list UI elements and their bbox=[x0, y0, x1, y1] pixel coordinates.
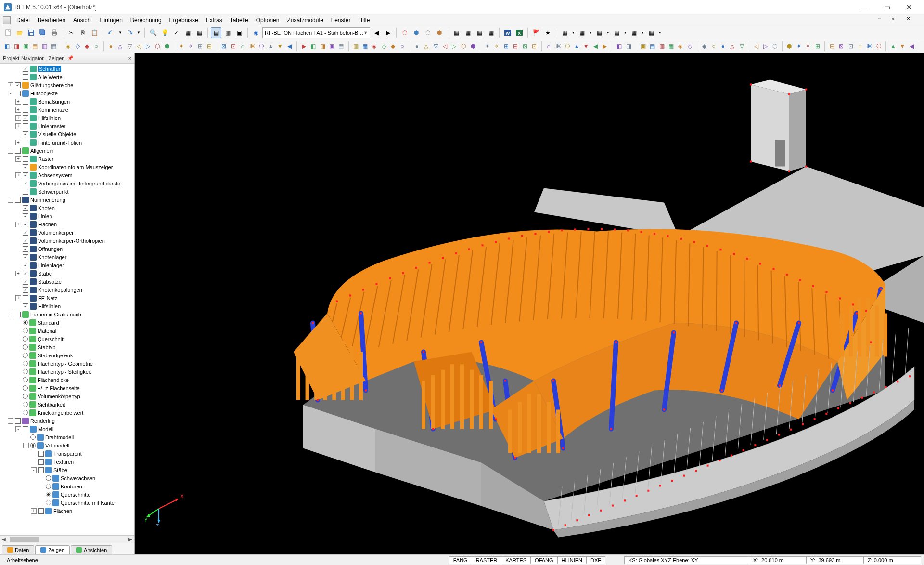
tree-item[interactable]: -Vollmodell bbox=[0, 441, 134, 449]
tree-item[interactable]: Flächentyp - Steifigkeit bbox=[0, 368, 134, 376]
show-all-button[interactable]: ▦ bbox=[194, 27, 205, 38]
checkbox-icon[interactable] bbox=[38, 508, 44, 514]
tree-item[interactable]: +✓Achsensystem bbox=[0, 171, 134, 179]
layout-6[interactable]: ▦ bbox=[646, 27, 656, 38]
tree-item[interactable]: Standard bbox=[0, 318, 134, 327]
tree-item[interactable]: -Hilfsobjekte bbox=[0, 89, 134, 97]
maximize-button[interactable]: ▭ bbox=[876, 0, 898, 14]
toolbar2-button[interactable]: ⊠ bbox=[521, 41, 529, 52]
checkbox-icon[interactable]: ✓ bbox=[23, 131, 28, 137]
flag-icon[interactable]: 🚩 bbox=[531, 27, 541, 38]
status-fang[interactable]: FANG bbox=[449, 556, 472, 564]
radio-icon[interactable] bbox=[23, 385, 28, 391]
toolbar2-button[interactable]: ⌂ bbox=[544, 41, 552, 52]
lightbulb-button[interactable]: 💡 bbox=[159, 27, 170, 38]
tree-item[interactable]: ✓Schraffur bbox=[0, 65, 134, 73]
tree-item[interactable]: Sichtbarkeit bbox=[0, 400, 134, 408]
toolbar2-button[interactable]: ◇ bbox=[74, 41, 82, 52]
next-button[interactable]: ▶ bbox=[383, 27, 393, 38]
save-all-button[interactable] bbox=[38, 27, 48, 38]
toolbar2-button[interactable]: ● bbox=[413, 41, 421, 52]
redo-dropdown[interactable]: ▼ bbox=[136, 27, 141, 38]
search-button[interactable]: 🔍 bbox=[148, 27, 158, 38]
toolbar2-button[interactable]: ⊞ bbox=[813, 41, 821, 52]
toolbar2-button[interactable]: ✧ bbox=[187, 41, 195, 52]
checkbox-icon[interactable] bbox=[38, 451, 44, 457]
cut-button[interactable]: ✂ bbox=[66, 27, 77, 38]
checkbox-icon[interactable]: ✓ bbox=[23, 222, 28, 227]
toolbar2-button[interactable]: ◇ bbox=[686, 41, 694, 52]
toolbar2-button[interactable]: ▦ bbox=[361, 41, 369, 52]
toolbar2-button[interactable]: ● bbox=[719, 41, 727, 52]
tree-item[interactable]: +Flächen bbox=[0, 507, 134, 515]
checkbox-icon[interactable] bbox=[15, 148, 21, 154]
toolbar2-button[interactable]: ▶ bbox=[601, 41, 609, 52]
checkbox-icon[interactable]: ✓ bbox=[23, 254, 28, 260]
3d-viewport[interactable]: X Y Z bbox=[135, 53, 924, 554]
paste-button[interactable]: 📋 bbox=[89, 27, 100, 38]
toolbar2-button[interactable]: ◀ bbox=[908, 41, 916, 52]
checkbox-icon[interactable]: ✓ bbox=[23, 246, 28, 252]
expand-icon[interactable]: + bbox=[15, 271, 21, 276]
star-icon[interactable]: ★ bbox=[542, 27, 553, 38]
expand-icon[interactable]: + bbox=[15, 295, 21, 301]
menu-einfügen[interactable]: Einfügen bbox=[96, 15, 126, 25]
toolbar2-button[interactable]: ○ bbox=[398, 41, 406, 52]
tool-d[interactable]: ⬢ bbox=[434, 27, 445, 38]
tree-item[interactable]: Flächentyp - Geometrie bbox=[0, 359, 134, 368]
layout-3d[interactable]: ▼ bbox=[605, 27, 610, 38]
toolbar2-button[interactable]: ○ bbox=[92, 41, 100, 52]
status-raster[interactable]: RASTER bbox=[472, 556, 502, 564]
tree-item[interactable]: ✓Knoten bbox=[0, 204, 134, 212]
checkbox-icon[interactable]: ✓ bbox=[23, 181, 28, 186]
radio-icon[interactable] bbox=[23, 410, 28, 415]
toolbar2-button[interactable]: ◧ bbox=[309, 41, 317, 52]
radio-icon[interactable] bbox=[46, 484, 51, 489]
expand-icon[interactable]: + bbox=[15, 99, 21, 105]
toolbar2-button[interactable]: ⎔ bbox=[257, 41, 265, 52]
tab-daten[interactable]: Daten bbox=[2, 545, 34, 554]
layout-5[interactable]: ▦ bbox=[629, 27, 639, 38]
toolbar2-button[interactable]: ▽ bbox=[737, 41, 745, 52]
toolbar2-button[interactable]: ⊞ bbox=[502, 41, 510, 52]
toolbar2-button[interactable]: ✦ bbox=[483, 41, 491, 52]
layout-4d[interactable]: ▼ bbox=[623, 27, 628, 38]
tree-item[interactable]: Knicklängenbeiwert bbox=[0, 408, 134, 417]
window-toggle[interactable]: ▣ bbox=[234, 27, 244, 38]
toolbar2-button[interactable]: ⌘ bbox=[865, 41, 873, 52]
layout-1[interactable]: ▦ bbox=[559, 27, 570, 38]
radio-icon[interactable] bbox=[30, 434, 36, 440]
expand-icon[interactable]: + bbox=[15, 123, 21, 129]
tree-item[interactable]: ✓Koordinateninfo am Mauszeiger bbox=[0, 163, 134, 171]
tree-item[interactable]: Querschnitte bbox=[0, 490, 134, 499]
toolbar2-button[interactable]: ◈ bbox=[676, 41, 684, 52]
panel-toggle[interactable]: ▥ bbox=[222, 27, 233, 38]
tree-item[interactable]: Drahtmodell bbox=[0, 433, 134, 441]
toolbar2-button[interactable]: ✦ bbox=[177, 41, 185, 52]
toolbar2-button[interactable]: ◁ bbox=[752, 41, 760, 52]
menu-berechnung[interactable]: Berechnung bbox=[127, 15, 166, 25]
toolbar2-button[interactable]: ◧ bbox=[3, 41, 11, 52]
toolbar2-button[interactable]: ◆ bbox=[389, 41, 397, 52]
toolbar2-button[interactable]: ▷ bbox=[450, 41, 458, 52]
toolbar2-button[interactable]: ⊡ bbox=[530, 41, 538, 52]
radio-icon[interactable] bbox=[23, 402, 28, 407]
tool-c[interactable]: ⬡ bbox=[423, 27, 433, 38]
status-dxf[interactable]: DXF bbox=[586, 556, 605, 564]
checkbox-icon[interactable]: ✓ bbox=[23, 279, 28, 285]
tree-item[interactable]: Alle Werte bbox=[0, 73, 134, 81]
tree-item[interactable]: ✓Stabsätze bbox=[0, 277, 134, 286]
toolbar2-button[interactable]: ⊟ bbox=[511, 41, 519, 52]
tree-item[interactable]: ✓Knotenlager bbox=[0, 253, 134, 261]
layout-1d[interactable]: ▼ bbox=[571, 27, 576, 38]
checkbox-icon[interactable]: ✓ bbox=[23, 303, 28, 309]
tree-item[interactable]: Stabtyp bbox=[0, 343, 134, 351]
collapse-icon[interactable]: - bbox=[31, 467, 37, 473]
h-scrollbar[interactable]: ◀▶ bbox=[0, 535, 134, 543]
tree-item[interactable]: Schwerpunkt bbox=[0, 187, 134, 196]
tool-a[interactable]: ⬡ bbox=[399, 27, 410, 38]
toolbar2-button[interactable]: ▼ bbox=[898, 41, 907, 52]
copy-button[interactable]: ⎘ bbox=[77, 27, 88, 38]
collapse-icon[interactable]: - bbox=[8, 197, 13, 203]
expand-icon[interactable]: + bbox=[15, 140, 21, 145]
